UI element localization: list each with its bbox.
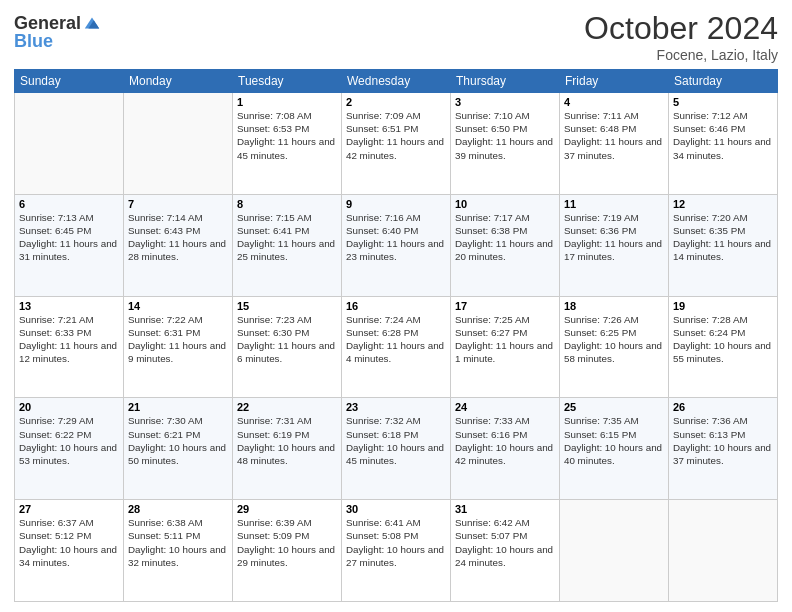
day-number: 17 [455,300,555,312]
calendar-cell: 19Sunrise: 7:28 AMSunset: 6:24 PMDayligh… [669,296,778,398]
day-info: Sunrise: 7:20 AMSunset: 6:35 PMDaylight:… [673,211,773,264]
calendar-cell: 16Sunrise: 7:24 AMSunset: 6:28 PMDayligh… [342,296,451,398]
calendar-cell: 31Sunrise: 6:42 AMSunset: 5:07 PMDayligh… [451,500,560,602]
day-number: 13 [19,300,119,312]
calendar-cell: 20Sunrise: 7:29 AMSunset: 6:22 PMDayligh… [15,398,124,500]
day-number: 29 [237,503,337,515]
calendar-cell: 7Sunrise: 7:14 AMSunset: 6:43 PMDaylight… [124,194,233,296]
day-info: Sunrise: 7:19 AMSunset: 6:36 PMDaylight:… [564,211,664,264]
day-info: Sunrise: 7:15 AMSunset: 6:41 PMDaylight:… [237,211,337,264]
calendar-cell: 12Sunrise: 7:20 AMSunset: 6:35 PMDayligh… [669,194,778,296]
header-saturday: Saturday [669,70,778,93]
day-info: Sunrise: 7:13 AMSunset: 6:45 PMDaylight:… [19,211,119,264]
calendar-cell: 8Sunrise: 7:15 AMSunset: 6:41 PMDaylight… [233,194,342,296]
calendar-cell: 10Sunrise: 7:17 AMSunset: 6:38 PMDayligh… [451,194,560,296]
calendar: Sunday Monday Tuesday Wednesday Thursday… [14,69,778,602]
day-info: Sunrise: 7:30 AMSunset: 6:21 PMDaylight:… [128,414,228,467]
day-info: Sunrise: 7:11 AMSunset: 6:48 PMDaylight:… [564,109,664,162]
calendar-cell: 24Sunrise: 7:33 AMSunset: 6:16 PMDayligh… [451,398,560,500]
day-info: Sunrise: 7:35 AMSunset: 6:15 PMDaylight:… [564,414,664,467]
day-info: Sunrise: 6:42 AMSunset: 5:07 PMDaylight:… [455,516,555,569]
calendar-cell: 27Sunrise: 6:37 AMSunset: 5:12 PMDayligh… [15,500,124,602]
day-number: 23 [346,401,446,413]
day-number: 9 [346,198,446,210]
day-number: 7 [128,198,228,210]
calendar-cell [15,93,124,195]
title-block: October 2024 Focene, Lazio, Italy [584,10,778,63]
header-friday: Friday [560,70,669,93]
day-number: 8 [237,198,337,210]
day-info: Sunrise: 7:32 AMSunset: 6:18 PMDaylight:… [346,414,446,467]
day-number: 21 [128,401,228,413]
day-info: Sunrise: 7:33 AMSunset: 6:16 PMDaylight:… [455,414,555,467]
day-number: 26 [673,401,773,413]
day-number: 1 [237,96,337,108]
day-number: 22 [237,401,337,413]
day-info: Sunrise: 7:21 AMSunset: 6:33 PMDaylight:… [19,313,119,366]
calendar-week-row: 6Sunrise: 7:13 AMSunset: 6:45 PMDaylight… [15,194,778,296]
calendar-cell: 17Sunrise: 7:25 AMSunset: 6:27 PMDayligh… [451,296,560,398]
day-info: Sunrise: 7:26 AMSunset: 6:25 PMDaylight:… [564,313,664,366]
day-number: 6 [19,198,119,210]
day-number: 19 [673,300,773,312]
calendar-cell: 4Sunrise: 7:11 AMSunset: 6:48 PMDaylight… [560,93,669,195]
calendar-cell [560,500,669,602]
calendar-cell: 9Sunrise: 7:16 AMSunset: 6:40 PMDaylight… [342,194,451,296]
calendar-cell: 29Sunrise: 6:39 AMSunset: 5:09 PMDayligh… [233,500,342,602]
calendar-cell: 25Sunrise: 7:35 AMSunset: 6:15 PMDayligh… [560,398,669,500]
calendar-week-row: 1Sunrise: 7:08 AMSunset: 6:53 PMDaylight… [15,93,778,195]
calendar-cell: 2Sunrise: 7:09 AMSunset: 6:51 PMDaylight… [342,93,451,195]
calendar-cell [669,500,778,602]
day-number: 12 [673,198,773,210]
location: Focene, Lazio, Italy [584,47,778,63]
day-number: 5 [673,96,773,108]
header-wednesday: Wednesday [342,70,451,93]
day-number: 3 [455,96,555,108]
calendar-cell: 26Sunrise: 7:36 AMSunset: 6:13 PMDayligh… [669,398,778,500]
calendar-header-row: Sunday Monday Tuesday Wednesday Thursday… [15,70,778,93]
day-info: Sunrise: 7:24 AMSunset: 6:28 PMDaylight:… [346,313,446,366]
calendar-cell: 6Sunrise: 7:13 AMSunset: 6:45 PMDaylight… [15,194,124,296]
day-info: Sunrise: 7:22 AMSunset: 6:31 PMDaylight:… [128,313,228,366]
day-number: 18 [564,300,664,312]
day-number: 10 [455,198,555,210]
calendar-cell: 11Sunrise: 7:19 AMSunset: 6:36 PMDayligh… [560,194,669,296]
day-info: Sunrise: 7:31 AMSunset: 6:19 PMDaylight:… [237,414,337,467]
header-sunday: Sunday [15,70,124,93]
day-number: 31 [455,503,555,515]
header-tuesday: Tuesday [233,70,342,93]
day-number: 14 [128,300,228,312]
day-info: Sunrise: 7:36 AMSunset: 6:13 PMDaylight:… [673,414,773,467]
day-info: Sunrise: 7:10 AMSunset: 6:50 PMDaylight:… [455,109,555,162]
day-number: 27 [19,503,119,515]
day-info: Sunrise: 7:29 AMSunset: 6:22 PMDaylight:… [19,414,119,467]
day-info: Sunrise: 7:08 AMSunset: 6:53 PMDaylight:… [237,109,337,162]
day-number: 28 [128,503,228,515]
day-number: 11 [564,198,664,210]
day-number: 20 [19,401,119,413]
calendar-cell: 5Sunrise: 7:12 AMSunset: 6:46 PMDaylight… [669,93,778,195]
month-title: October 2024 [584,10,778,47]
calendar-cell: 21Sunrise: 7:30 AMSunset: 6:21 PMDayligh… [124,398,233,500]
day-number: 15 [237,300,337,312]
logo-general: General [14,14,81,32]
day-number: 4 [564,96,664,108]
day-info: Sunrise: 6:41 AMSunset: 5:08 PMDaylight:… [346,516,446,569]
day-number: 30 [346,503,446,515]
calendar-cell: 22Sunrise: 7:31 AMSunset: 6:19 PMDayligh… [233,398,342,500]
calendar-cell: 1Sunrise: 7:08 AMSunset: 6:53 PMDaylight… [233,93,342,195]
calendar-cell: 14Sunrise: 7:22 AMSunset: 6:31 PMDayligh… [124,296,233,398]
day-number: 2 [346,96,446,108]
calendar-cell: 18Sunrise: 7:26 AMSunset: 6:25 PMDayligh… [560,296,669,398]
day-info: Sunrise: 7:17 AMSunset: 6:38 PMDaylight:… [455,211,555,264]
day-info: Sunrise: 7:16 AMSunset: 6:40 PMDaylight:… [346,211,446,264]
day-number: 24 [455,401,555,413]
calendar-cell: 15Sunrise: 7:23 AMSunset: 6:30 PMDayligh… [233,296,342,398]
calendar-week-row: 27Sunrise: 6:37 AMSunset: 5:12 PMDayligh… [15,500,778,602]
day-info: Sunrise: 7:23 AMSunset: 6:30 PMDaylight:… [237,313,337,366]
day-number: 25 [564,401,664,413]
day-number: 16 [346,300,446,312]
calendar-week-row: 20Sunrise: 7:29 AMSunset: 6:22 PMDayligh… [15,398,778,500]
header-monday: Monday [124,70,233,93]
calendar-cell [124,93,233,195]
